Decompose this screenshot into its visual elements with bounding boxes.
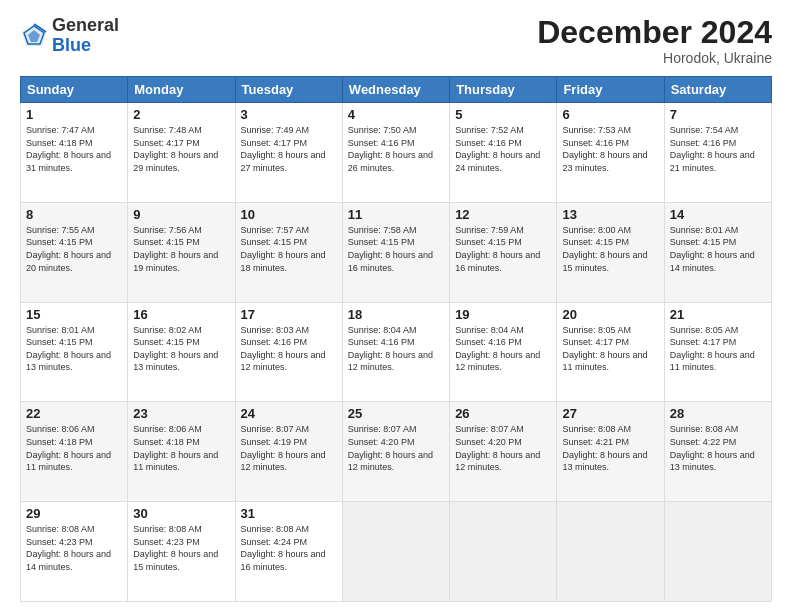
day-number: 15	[26, 307, 122, 322]
day-info: Sunrise: 7:49 AMSunset: 4:17 PMDaylight:…	[241, 125, 326, 173]
col-wednesday: Wednesday	[342, 77, 449, 103]
table-row: 19 Sunrise: 8:04 AMSunset: 4:16 PMDaylig…	[450, 302, 557, 402]
col-thursday: Thursday	[450, 77, 557, 103]
day-number: 2	[133, 107, 229, 122]
day-number: 7	[670, 107, 766, 122]
table-row	[664, 502, 771, 602]
table-row: 3 Sunrise: 7:49 AMSunset: 4:17 PMDayligh…	[235, 103, 342, 203]
page: General Blue December 2024 Horodok, Ukra…	[0, 0, 792, 612]
day-info: Sunrise: 7:56 AMSunset: 4:15 PMDaylight:…	[133, 225, 218, 273]
table-row: 2 Sunrise: 7:48 AMSunset: 4:17 PMDayligh…	[128, 103, 235, 203]
table-row: 29 Sunrise: 8:08 AMSunset: 4:23 PMDaylig…	[21, 502, 128, 602]
calendar-week-2: 8 Sunrise: 7:55 AMSunset: 4:15 PMDayligh…	[21, 202, 772, 302]
day-number: 29	[26, 506, 122, 521]
day-info: Sunrise: 7:59 AMSunset: 4:15 PMDaylight:…	[455, 225, 540, 273]
day-info: Sunrise: 8:02 AMSunset: 4:15 PMDaylight:…	[133, 325, 218, 373]
day-number: 12	[455, 207, 551, 222]
day-info: Sunrise: 8:07 AMSunset: 4:19 PMDaylight:…	[241, 424, 326, 472]
logo-text: General Blue	[52, 16, 119, 56]
table-row: 17 Sunrise: 8:03 AMSunset: 4:16 PMDaylig…	[235, 302, 342, 402]
col-monday: Monday	[128, 77, 235, 103]
day-number: 19	[455, 307, 551, 322]
table-row: 11 Sunrise: 7:58 AMSunset: 4:15 PMDaylig…	[342, 202, 449, 302]
day-number: 22	[26, 406, 122, 421]
day-number: 4	[348, 107, 444, 122]
logo-blue-text: Blue	[52, 35, 91, 55]
calendar-table: Sunday Monday Tuesday Wednesday Thursday…	[20, 76, 772, 602]
table-row: 10 Sunrise: 7:57 AMSunset: 4:15 PMDaylig…	[235, 202, 342, 302]
day-number: 10	[241, 207, 337, 222]
table-row	[557, 502, 664, 602]
table-row: 24 Sunrise: 8:07 AMSunset: 4:19 PMDaylig…	[235, 402, 342, 502]
day-info: Sunrise: 8:05 AMSunset: 4:17 PMDaylight:…	[562, 325, 647, 373]
table-row	[450, 502, 557, 602]
table-row: 26 Sunrise: 8:07 AMSunset: 4:20 PMDaylig…	[450, 402, 557, 502]
day-info: Sunrise: 8:08 AMSunset: 4:24 PMDaylight:…	[241, 524, 326, 572]
month-title: December 2024	[537, 16, 772, 48]
day-info: Sunrise: 8:01 AMSunset: 4:15 PMDaylight:…	[670, 225, 755, 273]
day-info: Sunrise: 8:01 AMSunset: 4:15 PMDaylight:…	[26, 325, 111, 373]
day-info: Sunrise: 8:06 AMSunset: 4:18 PMDaylight:…	[133, 424, 218, 472]
table-row: 8 Sunrise: 7:55 AMSunset: 4:15 PMDayligh…	[21, 202, 128, 302]
table-row: 15 Sunrise: 8:01 AMSunset: 4:15 PMDaylig…	[21, 302, 128, 402]
day-info: Sunrise: 8:04 AMSunset: 4:16 PMDaylight:…	[348, 325, 433, 373]
day-info: Sunrise: 8:04 AMSunset: 4:16 PMDaylight:…	[455, 325, 540, 373]
day-number: 1	[26, 107, 122, 122]
table-row: 1 Sunrise: 7:47 AMSunset: 4:18 PMDayligh…	[21, 103, 128, 203]
table-row: 13 Sunrise: 8:00 AMSunset: 4:15 PMDaylig…	[557, 202, 664, 302]
logo-icon	[20, 22, 48, 50]
calendar-week-1: 1 Sunrise: 7:47 AMSunset: 4:18 PMDayligh…	[21, 103, 772, 203]
calendar-week-3: 15 Sunrise: 8:01 AMSunset: 4:15 PMDaylig…	[21, 302, 772, 402]
day-number: 18	[348, 307, 444, 322]
location: Horodok, Ukraine	[537, 50, 772, 66]
table-row: 21 Sunrise: 8:05 AMSunset: 4:17 PMDaylig…	[664, 302, 771, 402]
day-number: 5	[455, 107, 551, 122]
table-row: 31 Sunrise: 8:08 AMSunset: 4:24 PMDaylig…	[235, 502, 342, 602]
table-row: 5 Sunrise: 7:52 AMSunset: 4:16 PMDayligh…	[450, 103, 557, 203]
day-info: Sunrise: 8:07 AMSunset: 4:20 PMDaylight:…	[348, 424, 433, 472]
logo: General Blue	[20, 16, 119, 56]
col-tuesday: Tuesday	[235, 77, 342, 103]
day-number: 20	[562, 307, 658, 322]
table-row: 12 Sunrise: 7:59 AMSunset: 4:15 PMDaylig…	[450, 202, 557, 302]
day-info: Sunrise: 7:54 AMSunset: 4:16 PMDaylight:…	[670, 125, 755, 173]
table-row: 6 Sunrise: 7:53 AMSunset: 4:16 PMDayligh…	[557, 103, 664, 203]
day-number: 21	[670, 307, 766, 322]
day-info: Sunrise: 8:06 AMSunset: 4:18 PMDaylight:…	[26, 424, 111, 472]
table-row	[342, 502, 449, 602]
day-number: 27	[562, 406, 658, 421]
day-info: Sunrise: 8:03 AMSunset: 4:16 PMDaylight:…	[241, 325, 326, 373]
day-info: Sunrise: 8:00 AMSunset: 4:15 PMDaylight:…	[562, 225, 647, 273]
day-number: 3	[241, 107, 337, 122]
header-right: December 2024 Horodok, Ukraine	[537, 16, 772, 66]
table-row: 4 Sunrise: 7:50 AMSunset: 4:16 PMDayligh…	[342, 103, 449, 203]
day-info: Sunrise: 7:52 AMSunset: 4:16 PMDaylight:…	[455, 125, 540, 173]
day-number: 13	[562, 207, 658, 222]
day-number: 16	[133, 307, 229, 322]
day-number: 24	[241, 406, 337, 421]
table-row: 28 Sunrise: 8:08 AMSunset: 4:22 PMDaylig…	[664, 402, 771, 502]
logo-general-text: General	[52, 15, 119, 35]
day-info: Sunrise: 8:07 AMSunset: 4:20 PMDaylight:…	[455, 424, 540, 472]
calendar-week-4: 22 Sunrise: 8:06 AMSunset: 4:18 PMDaylig…	[21, 402, 772, 502]
day-info: Sunrise: 7:50 AMSunset: 4:16 PMDaylight:…	[348, 125, 433, 173]
day-info: Sunrise: 7:53 AMSunset: 4:16 PMDaylight:…	[562, 125, 647, 173]
day-info: Sunrise: 8:08 AMSunset: 4:21 PMDaylight:…	[562, 424, 647, 472]
day-info: Sunrise: 8:08 AMSunset: 4:22 PMDaylight:…	[670, 424, 755, 472]
day-number: 25	[348, 406, 444, 421]
day-info: Sunrise: 8:08 AMSunset: 4:23 PMDaylight:…	[133, 524, 218, 572]
day-number: 8	[26, 207, 122, 222]
table-row: 22 Sunrise: 8:06 AMSunset: 4:18 PMDaylig…	[21, 402, 128, 502]
day-info: Sunrise: 7:47 AMSunset: 4:18 PMDaylight:…	[26, 125, 111, 173]
calendar-header-row: Sunday Monday Tuesday Wednesday Thursday…	[21, 77, 772, 103]
day-info: Sunrise: 7:57 AMSunset: 4:15 PMDaylight:…	[241, 225, 326, 273]
day-info: Sunrise: 7:58 AMSunset: 4:15 PMDaylight:…	[348, 225, 433, 273]
day-number: 9	[133, 207, 229, 222]
day-number: 6	[562, 107, 658, 122]
day-number: 14	[670, 207, 766, 222]
col-friday: Friday	[557, 77, 664, 103]
day-info: Sunrise: 7:55 AMSunset: 4:15 PMDaylight:…	[26, 225, 111, 273]
table-row: 9 Sunrise: 7:56 AMSunset: 4:15 PMDayligh…	[128, 202, 235, 302]
day-number: 17	[241, 307, 337, 322]
day-number: 26	[455, 406, 551, 421]
